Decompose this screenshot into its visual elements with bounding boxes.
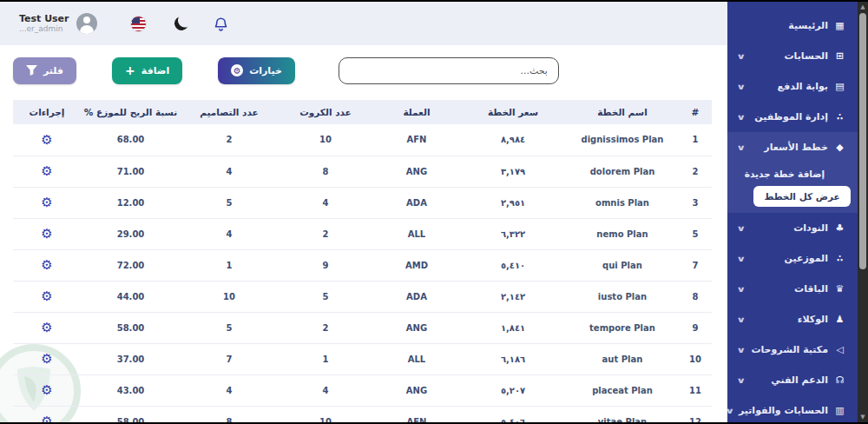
- sidebar-subitem-label: إضافة خطة جديدة: [745, 169, 825, 179]
- cell-price: ١,٨٤١: [501, 323, 525, 333]
- support-icon: ☊: [834, 374, 845, 386]
- row-actions-gear-icon[interactable]: ⚙: [41, 257, 52, 273]
- sidebar-item-11[interactable]: ▥الحسابات والفواتير∨: [727, 395, 858, 422]
- sidebar-item-label: الحسابات: [785, 50, 828, 62]
- row-actions-gear-icon[interactable]: ⚙: [41, 288, 52, 304]
- cell-cards: 2: [323, 323, 329, 333]
- tag-icon: ◆: [834, 142, 845, 153]
- cell-profit: 44.00: [117, 292, 145, 301]
- sidebar-item-label: مكتبة الشروحات: [751, 344, 828, 355]
- sidebar: ▦الرئيسية⊞الحسابات∨▤بوابة الدفع∨∴إدارة ا…: [727, 2, 858, 422]
- column-header-3: العملة: [373, 100, 460, 124]
- filter-button[interactable]: فلتر: [13, 57, 76, 84]
- row-actions-gear-icon[interactable]: ⚙: [41, 132, 52, 148]
- row-actions-gear-icon[interactable]: ⚙: [41, 320, 52, 335]
- funnel-icon: [26, 65, 37, 76]
- cell-index: 1: [693, 135, 699, 144]
- sidebar-item-10[interactable]: ☊الدعم الفني∨: [727, 365, 858, 395]
- sidebar-item-8[interactable]: ♟الوكلاء∨: [727, 304, 858, 335]
- column-header-7: إجراءات: [13, 100, 81, 124]
- sidebar-item-9[interactable]: ◁مكتبة الشروحات∨: [727, 335, 858, 365]
- row-actions-gear-icon[interactable]: ⚙: [41, 163, 52, 179]
- language-flag-icon[interactable]: [130, 16, 147, 32]
- chevron-down-icon: ∨: [736, 255, 746, 263]
- cell-profit: 71.00: [117, 167, 145, 176]
- app-window: Test User ...er_admin فلتر +: [0, 0, 868, 424]
- cell-name: dignissimos Plan: [582, 135, 664, 144]
- chevron-down-icon: ∨: [736, 315, 746, 324]
- cell-designs: 4: [227, 229, 233, 239]
- user-info[interactable]: Test User ...er_admin: [19, 13, 69, 35]
- cell-cards: 9: [323, 261, 329, 270]
- cell-designs: 4: [227, 167, 233, 176]
- chevron-down-icon: ∨: [727, 407, 734, 415]
- cell-name: nemo Plan: [596, 229, 648, 239]
- cell-currency: ANG: [406, 386, 427, 395]
- column-header-4: عدد الكروت: [278, 100, 373, 124]
- chevron-down-icon: ∨: [736, 113, 746, 122]
- cell-name: tempore Plan: [589, 323, 655, 333]
- cell-index: 5: [693, 229, 699, 239]
- table-row: 11placeat Plan٥,٢٠٧ANG4443.00⚙: [13, 374, 712, 406]
- sidebar-item-2[interactable]: ▤بوابة الدفع∨: [727, 71, 858, 102]
- top-header: Test User ...er_admin: [0, 2, 727, 45]
- cell-name: aut Plan: [602, 354, 643, 364]
- chevron-down-icon: ∨: [736, 285, 746, 294]
- row-actions-gear-icon[interactable]: ⚙: [41, 226, 52, 242]
- cell-designs: 5: [227, 323, 233, 333]
- plus-icon: +: [125, 63, 135, 77]
- cell-profit: 12.00: [117, 198, 145, 208]
- cell-price: ٥,٢٠٧: [501, 386, 525, 395]
- window-scrollbar[interactable]: ▲ ▼: [858, 2, 868, 422]
- cell-price: ٦,٣٢٢: [501, 229, 525, 239]
- cell-price: ٦,١٨٦: [501, 354, 525, 364]
- cell-designs: 5: [227, 198, 233, 208]
- toolbar: فلتر + اضافة ⚙ خيارات: [0, 45, 727, 96]
- sidebar-item-0[interactable]: ▦الرئيسية: [727, 10, 858, 41]
- sidebar-item-3[interactable]: ∴إدارة الموظفين∨: [727, 102, 858, 132]
- row-actions-gear-icon[interactable]: ⚙: [41, 414, 52, 422]
- cell-index: 2: [693, 167, 699, 176]
- cell-profit: 29.00: [117, 229, 145, 239]
- scroll-down-arrow-icon[interactable]: ▼: [858, 412, 868, 422]
- cell-name: iusto Plan: [598, 292, 647, 301]
- avatar[interactable]: [76, 13, 97, 34]
- cell-cards: 10: [319, 417, 332, 423]
- chevron-down-icon: ∨: [736, 346, 746, 354]
- cell-name: vitae Plan: [598, 417, 647, 423]
- cell-designs: 10: [223, 292, 235, 301]
- add-button[interactable]: + اضافة: [112, 57, 182, 84]
- cell-cards: 8: [323, 167, 329, 176]
- row-actions-gear-icon[interactable]: ⚙: [41, 351, 52, 367]
- options-button[interactable]: ⚙ خيارات: [218, 57, 295, 84]
- cell-currency: ADA: [406, 198, 427, 208]
- table-row: 3omnis Plan٢,٩٥١ADA4512.00⚙: [13, 187, 712, 218]
- cell-index: 7: [693, 261, 699, 270]
- cell-index: 3: [693, 198, 699, 208]
- chevron-down-icon: ∨: [736, 83, 746, 91]
- search-input[interactable]: [339, 57, 559, 84]
- cell-designs: 8: [227, 417, 233, 423]
- sidebar-subitem-1[interactable]: عرض كل الخطط: [753, 186, 851, 207]
- scrollbar-thumb[interactable]: [859, 13, 866, 269]
- sidebar-item-7[interactable]: ♛الباقات∨: [727, 274, 858, 304]
- distributors-icon: ∴: [834, 253, 845, 264]
- scroll-up-arrow-icon[interactable]: ▲: [858, 2, 868, 12]
- sidebar-subitem-0[interactable]: إضافة خطة جديدة: [727, 162, 858, 185]
- row-actions-gear-icon[interactable]: ⚙: [41, 382, 52, 398]
- sidebar-item-1[interactable]: ⊞الحسابات∨: [727, 41, 858, 71]
- sidebar-item-6[interactable]: ∴الموزعين∨: [727, 243, 858, 274]
- credit-card-icon: ▤: [834, 81, 845, 92]
- dark-mode-moon-icon[interactable]: [172, 15, 190, 33]
- chevron-down-icon: ∨: [736, 143, 746, 152]
- cell-profit: 43.00: [117, 386, 145, 395]
- row-actions-gear-icon[interactable]: ⚙: [41, 195, 52, 210]
- table-row: 5nemo Plan٦,٣٢٢ALL2429.00⚙: [13, 218, 712, 249]
- notifications-bell-icon[interactable]: [213, 16, 229, 32]
- table-row: 7qui Plan٥,٤١٠AMD9172.00⚙: [13, 249, 712, 281]
- sidebar-item-5[interactable]: ♣النودات∨: [727, 213, 858, 243]
- dashboard-icon: ▦: [834, 20, 845, 31]
- sidebar-item-label: الرئيسية: [788, 20, 828, 31]
- sidebar-item-4[interactable]: ◆خطط الأسعار∨: [727, 132, 858, 162]
- cell-price: ٨,٩٨٤: [501, 135, 525, 144]
